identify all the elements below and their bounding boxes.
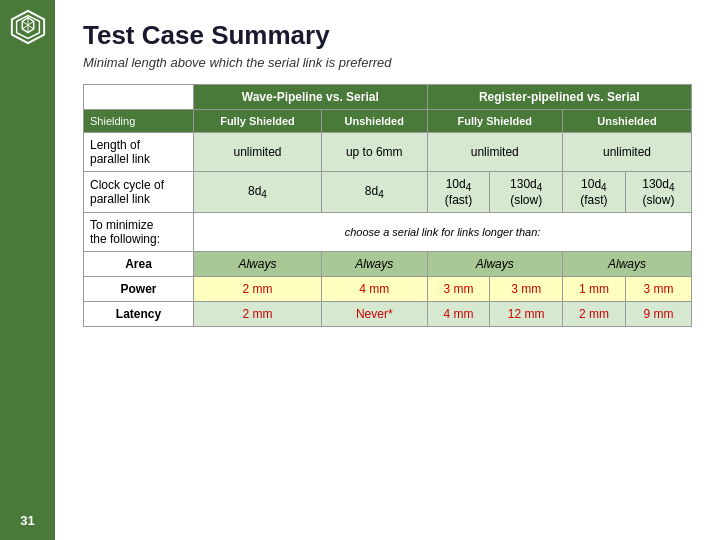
left-sidebar: 31 (0, 0, 55, 540)
latency-row: Latency 2 mm Never* 4 mm 12 mm 2 mm 9 mm (84, 302, 692, 327)
area-wave-us: Always (321, 252, 427, 277)
clock-reg-us-slow: 130d4(slow) (625, 172, 691, 213)
minimize-label: To minimizethe following: (84, 213, 194, 252)
area-reg-us: Always (562, 252, 691, 277)
latency-reg-us-slow: 9 mm (625, 302, 691, 327)
page-subtitle: Minimal length above which the serial li… (83, 55, 692, 70)
minimize-text: choose a serial link for links longer th… (194, 213, 692, 252)
length-row: Length ofparallel link unlimited up to 6… (84, 133, 692, 172)
power-reg-us-fast: 1 mm (562, 277, 625, 302)
length-wave-fs: unlimited (194, 133, 322, 172)
clock-wave-us: 8d4 (321, 172, 427, 213)
main-content: Test Case Summary Minimal length above w… (55, 0, 720, 540)
latency-wave-fs: 2 mm (194, 302, 322, 327)
power-row: Power 2 mm 4 mm 3 mm 3 mm 1 mm 3 mm (84, 277, 692, 302)
latency-label: Latency (84, 302, 194, 327)
wave-pipeline-header: Wave-Pipeline vs. Serial (194, 85, 428, 110)
wave-unshielded-header: Unshielded (321, 110, 427, 133)
length-label: Length ofparallel link (84, 133, 194, 172)
latency-reg-fs-slow: 12 mm (490, 302, 563, 327)
clock-label: Clock cycle ofparallel link (84, 172, 194, 213)
area-row: Area Always Always Always Always (84, 252, 692, 277)
clock-reg-us-fast: 10d4(fast) (562, 172, 625, 213)
area-label: Area (84, 252, 194, 277)
length-reg-us: unlimited (562, 133, 691, 172)
page-title: Test Case Summary (83, 20, 692, 51)
clock-reg-fs-slow: 130d4(slow) (490, 172, 563, 213)
shielding-header-row: Shielding Fully Shielded Unshielded Full… (84, 110, 692, 133)
register-pipelined-header: Register-pipelined vs. Serial (427, 85, 691, 110)
power-reg-fs-fast: 3 mm (427, 277, 490, 302)
length-reg-fs: unlimited (427, 133, 562, 172)
clock-reg-fs-fast: 10d4(fast) (427, 172, 490, 213)
latency-wave-us: Never* (321, 302, 427, 327)
wave-fully-shielded-header: Fully Shielded (194, 110, 322, 133)
clock-row: Clock cycle ofparallel link 8d4 8d4 10d4… (84, 172, 692, 213)
latency-reg-us-fast: 2 mm (562, 302, 625, 327)
reg-unshielded-header: Unshielded (562, 110, 691, 133)
minimize-row: To minimizethe following: choose a seria… (84, 213, 692, 252)
power-reg-us-slow: 3 mm (625, 277, 691, 302)
summary-table: Wave-Pipeline vs. Serial Register-pipeli… (83, 84, 692, 327)
area-reg-fs: Always (427, 252, 562, 277)
reg-fully-shielded-header: Fully Shielded (427, 110, 562, 133)
power-label: Power (84, 277, 194, 302)
col-group-header-row: Wave-Pipeline vs. Serial Register-pipeli… (84, 85, 692, 110)
area-wave-fs: Always (194, 252, 322, 277)
power-reg-fs-slow: 3 mm (490, 277, 563, 302)
empty-header (84, 85, 194, 110)
page-number: 31 (0, 513, 55, 528)
power-wave-fs: 2 mm (194, 277, 322, 302)
power-wave-us: 4 mm (321, 277, 427, 302)
logo-icon (9, 8, 47, 46)
latency-reg-fs-fast: 4 mm (427, 302, 490, 327)
clock-wave-fs: 8d4 (194, 172, 322, 213)
shielding-label-header: Shielding (84, 110, 194, 133)
length-wave-us: up to 6mm (321, 133, 427, 172)
